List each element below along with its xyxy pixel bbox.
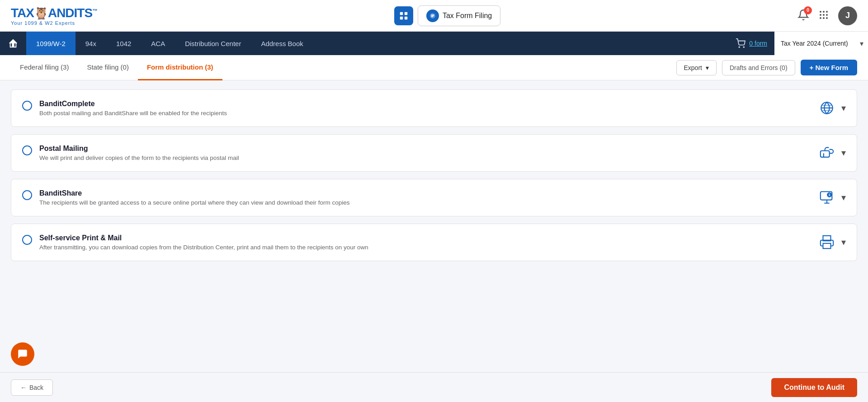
tab-state[interactable]: State filing (0) bbox=[78, 56, 138, 80]
svg-point-11 bbox=[820, 17, 821, 19]
option-desc: After transmitting, you can download cop… bbox=[39, 244, 368, 251]
tabs-actions: Export ▾ Drafts and Errors (0) + New For… bbox=[676, 60, 858, 75]
option-desc: We will print and deliver copies of the … bbox=[39, 154, 239, 161]
radio-bandit-complete[interactable] bbox=[22, 101, 32, 111]
logo: TAX🦉ANDITS™ Your 1099 & W2 Experts bbox=[11, 6, 97, 26]
tab-federal[interactable]: Federal filing (3) bbox=[11, 56, 78, 80]
svg-point-6 bbox=[823, 11, 825, 13]
content-area: BanditComplete Both postal mailing and B… bbox=[0, 80, 868, 313]
export-button[interactable]: Export ▾ bbox=[676, 60, 717, 75]
radio-postal-mailing[interactable] bbox=[22, 145, 32, 155]
radio-bandit-share[interactable] bbox=[22, 190, 32, 200]
option-title: BanditComplete bbox=[39, 100, 227, 108]
tax-year-selector[interactable]: Tax Year 2024 (Current) Tax Year 2023 Ta… bbox=[774, 32, 868, 55]
option-title: BanditShare bbox=[39, 189, 350, 197]
monitor-globe-icon bbox=[819, 189, 835, 206]
notification-button[interactable]: 0 bbox=[797, 9, 809, 23]
cart-icon bbox=[736, 38, 745, 48]
expand-icon[interactable]: ▾ bbox=[841, 237, 846, 248]
svg-point-15 bbox=[744, 47, 745, 47]
svg-rect-0 bbox=[400, 12, 403, 14]
logo-text: TAX🦉ANDITS™ bbox=[11, 6, 97, 20]
nav-item-distribution[interactable]: Distribution Center bbox=[175, 32, 251, 55]
printer-icon bbox=[819, 234, 835, 250]
svg-rect-17 bbox=[821, 151, 830, 157]
tabs-bar: Federal filing (3) State filing (0) Form… bbox=[0, 55, 868, 80]
svg-rect-22 bbox=[823, 243, 831, 248]
tax-year-select[interactable]: Tax Year 2024 (Current) Tax Year 2023 Ta… bbox=[774, 40, 864, 47]
tax-form-icon bbox=[426, 9, 439, 22]
nav-item-1099w2[interactable]: 1099/W-2 bbox=[26, 32, 75, 55]
expand-icon[interactable]: ▾ bbox=[841, 192, 846, 203]
tab-distribution[interactable]: Form distribution (3) bbox=[138, 56, 222, 80]
option-desc: The recipients will be granted access to… bbox=[39, 199, 350, 206]
option-bandit-complete[interactable]: BanditComplete Both postal mailing and B… bbox=[11, 89, 857, 127]
dots-grid-icon bbox=[818, 9, 829, 20]
document-icon bbox=[429, 12, 436, 19]
logo-subtitle: Your 1099 & W2 Experts bbox=[11, 20, 97, 26]
expand-icon[interactable]: ▾ bbox=[841, 103, 846, 113]
tax-form-button[interactable]: Tax Form Filing bbox=[418, 5, 500, 26]
option-bandit-share[interactable]: BanditShare The recipients will be grant… bbox=[11, 179, 857, 216]
cart-area[interactable]: 0 form bbox=[728, 38, 774, 48]
option-postal-mailing[interactable]: Postal Mailing We will print and deliver… bbox=[11, 134, 857, 172]
chevron-down-icon: ▾ bbox=[706, 64, 709, 71]
cart-link[interactable]: 0 form bbox=[749, 40, 767, 47]
option-self-service[interactable]: Self-service Print & Mail After transmit… bbox=[11, 224, 857, 261]
svg-point-9 bbox=[823, 14, 825, 16]
user-avatar[interactable]: J bbox=[838, 6, 857, 25]
main-nav: 1099/W-2 94x 1042 ACA Distribution Cente… bbox=[0, 32, 868, 55]
mailbox-icon bbox=[819, 145, 835, 161]
header: TAX🦉ANDITS™ Your 1099 & W2 Experts Tax F… bbox=[0, 0, 868, 32]
svg-point-8 bbox=[820, 14, 821, 16]
globe-mail-icon bbox=[819, 100, 835, 116]
home-icon bbox=[8, 38, 18, 48]
svg-rect-1 bbox=[405, 12, 407, 14]
grid-button[interactable] bbox=[394, 6, 413, 25]
nav-item-94x[interactable]: 94x bbox=[75, 32, 106, 55]
tax-form-label: Tax Form Filing bbox=[443, 12, 492, 20]
option-desc: Both postal mailing and BanditShare will… bbox=[39, 110, 227, 117]
drafts-errors-button[interactable]: Drafts and Errors (0) bbox=[722, 60, 795, 75]
nav-item-aca[interactable]: ACA bbox=[141, 32, 175, 55]
radio-self-service[interactable] bbox=[22, 235, 32, 245]
nav-home[interactable] bbox=[0, 32, 26, 55]
svg-point-12 bbox=[823, 17, 825, 19]
svg-point-7 bbox=[826, 11, 828, 13]
svg-point-10 bbox=[826, 14, 828, 16]
header-center: Tax Form Filing bbox=[394, 5, 500, 26]
svg-rect-2 bbox=[400, 16, 403, 19]
new-form-button[interactable]: + New Form bbox=[801, 60, 857, 75]
svg-point-5 bbox=[820, 11, 821, 13]
notification-badge: 0 bbox=[804, 6, 812, 14]
grid-icon bbox=[399, 11, 409, 21]
option-title: Self-service Print & Mail bbox=[39, 234, 368, 242]
header-right: 0 J bbox=[797, 6, 857, 25]
svg-point-13 bbox=[826, 17, 828, 19]
apps-button[interactable] bbox=[818, 9, 829, 22]
expand-icon[interactable]: ▾ bbox=[841, 147, 846, 158]
nav-item-1042[interactable]: 1042 bbox=[106, 32, 141, 55]
nav-item-addressbook[interactable]: Address Book bbox=[251, 32, 313, 55]
svg-rect-3 bbox=[405, 16, 407, 19]
svg-point-14 bbox=[739, 47, 740, 47]
option-title: Postal Mailing bbox=[39, 145, 239, 153]
